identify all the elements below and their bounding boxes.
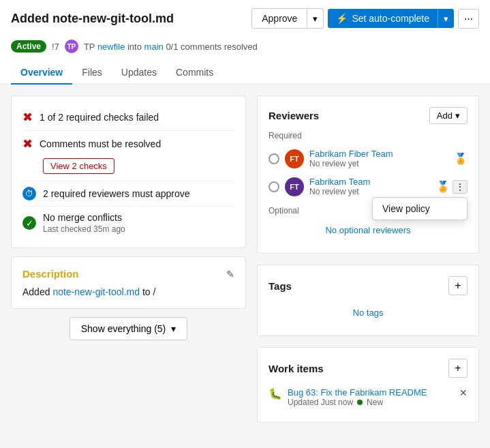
description-card: Description ✎ Added note-new-git-tool.md… [11,256,246,309]
reviewer-name-1: Fabrikam Fiber Team [309,149,448,159]
vote-icon-1: 🏅 [454,152,468,165]
work-item-1: 🐛 Bug 63: Fix the Fabrikam README Update… [269,383,468,411]
no-optional-text: No optional reviewers [269,218,468,242]
tab-overview[interactable]: Overview [11,61,72,85]
add-reviewer-button[interactable]: Add ▾ [429,107,468,124]
avatar: TP [65,40,78,53]
avatar-ft2: FT [285,177,304,196]
check-merge: ✓ No merge conflicts Last checked 35m ag… [22,207,234,239]
pr-title: Added note-new-git-tool.md [11,12,174,26]
tags-header: Tags + [269,276,468,295]
branch-link[interactable]: newfile [97,42,125,52]
chevron-down-icon: ▾ [444,14,448,24]
ellipsis-icon: ⋯ [464,14,473,24]
error-icon: ✖ [22,110,33,125]
reviewer-name-2: Fabrikam Team [309,177,431,187]
vote-icon-2: 🏅 [436,180,450,193]
work-items-header: Work items + [269,359,468,378]
reviewer-radio-1 [269,153,279,164]
view-checks-section: View 2 checks [43,155,234,174]
header: Added note-new-git-tool.md Approve ▾ ⚡ S… [0,0,490,85]
status-dot [357,400,363,405]
work-items-card: Work items + 🐛 Bug 63: Fix the Fabrikam … [257,347,479,423]
pr-meta-text: TP newfile into main 0/1 comments resolv… [84,42,258,52]
reviewers-title: Reviewers [269,110,319,121]
context-menu-item-view-policy[interactable]: View policy [373,198,467,220]
checks-card: ✖ 1 of 2 required checks failed ✖ Commen… [11,95,246,248]
check-reviewers: ⏱ 2 required reviewers must approve [22,181,234,207]
success-icon: ✓ [22,216,36,230]
work-item-title-1: Bug 63: Fix the Fabrikam README [288,387,454,398]
reviewer-more-button[interactable]: ⋮ [453,180,468,194]
add-tag-button[interactable]: + [448,276,468,295]
tab-files[interactable]: Files [72,61,112,85]
reviewer-info-2: Fabrikam Team No review yet [309,177,431,196]
chevron-down-icon: ▾ [171,323,176,334]
autocomplete-icon: ⚡ [336,13,348,24]
autocomplete-dropdown-button[interactable]: ▾ [438,9,454,28]
work-item-meta-1: Updated Just now New [288,398,454,407]
pr-meta: Active !7 TP TP newfile into main 0/1 co… [11,34,479,59]
pr-id: !7 [52,42,59,52]
tab-commits[interactable]: Commits [166,61,223,85]
more-options-button[interactable]: ⋯ [458,9,479,29]
view-checks-button[interactable]: View 2 checks [43,158,114,174]
tags-title: Tags [269,280,292,292]
status-badge: Active [11,40,46,53]
chevron-down-icon: ▾ [313,14,318,24]
reviewer-radio-2 [269,181,279,192]
check-comments: ✖ Comments must be resolved [22,136,234,151]
right-column: Reviewers Add ▾ Required FT Fabrikam Fib… [257,95,479,423]
reviewer-actions-1: 🏅 [454,152,468,165]
clock-icon: ⏱ [22,187,36,200]
reviewers-card: Reviewers Add ▾ Required FT Fabrikam Fib… [257,95,479,254]
work-item-info-1: Bug 63: Fix the Fabrikam README Updated … [288,387,454,407]
reviewer-actions-2: 🏅 ⋮ [436,180,468,194]
chevron-down-icon: ▾ [455,110,460,121]
approve-button[interactable]: Approve [251,8,307,29]
merge-info: No merge conflicts Last checked 35m ago [43,212,125,234]
work-items-title: Work items [269,363,324,374]
reviewer-item-1: FT Fabrikam Fiber Team No review yet 🏅 [269,145,468,173]
avatar-ft1: FT [285,149,304,168]
comments-resolved: 0/1 comments resolved [166,42,257,52]
warning-icon: ✖ [22,136,33,151]
no-tags-text: No tags [269,301,468,325]
add-work-item-button[interactable]: + [448,359,468,378]
description-content: Added note-new-git-tool.md to / [22,286,234,297]
show-everything-button[interactable]: Show everything (5) ▾ [70,317,188,340]
description-link[interactable]: note-new-git-tool.md [52,286,140,297]
approve-dropdown-button[interactable]: ▾ [307,8,324,29]
set-autocomplete-button[interactable]: ⚡ Set auto-complete [328,9,438,28]
header-top: Added note-new-git-tool.md Approve ▾ ⚡ S… [11,8,479,29]
reviewer-info-1: Fabrikam Fiber Team No review yet [309,149,448,168]
tab-updates[interactable]: Updates [112,61,166,85]
context-menu: View policy [372,197,468,220]
header-actions: Approve ▾ ⚡ Set auto-complete ▾ ⋯ [251,8,479,29]
nav-tabs: Overview Files Updates Commits [11,61,479,84]
description-title: Description [22,268,79,280]
description-header: Description ✎ [22,268,234,280]
reviewer-status-2: No review yet [309,187,431,196]
check-item-failed: ✖ 1 of 2 required checks failed [22,104,234,131]
autocomplete-btn-group: ⚡ Set auto-complete ▾ [328,9,454,28]
approve-btn-group: Approve ▾ [251,8,324,29]
bug-icon: 🐛 [269,387,282,400]
reviewer-item-2: FT Fabrikam Team No review yet 🏅 ⋮ View … [269,173,468,200]
main-content: ✖ 1 of 2 required checks failed ✖ Commen… [0,85,490,434]
target-branch-link[interactable]: main [144,42,164,52]
show-everything-section: Show everything (5) ▾ [11,317,246,340]
close-work-item-button[interactable]: ✕ [459,387,468,398]
check-comments-section: ✖ Comments must be resolved View 2 check… [22,131,234,181]
left-column: ✖ 1 of 2 required checks failed ✖ Commen… [11,95,246,423]
required-label: Required [269,131,468,140]
reviewers-header: Reviewers Add ▾ [269,107,468,124]
edit-icon[interactable]: ✎ [226,269,234,280]
check-failed-text: 1 of 2 required checks failed [40,112,159,123]
reviewer-status-1: No review yet [309,159,448,168]
tags-card: Tags + No tags [257,265,479,336]
